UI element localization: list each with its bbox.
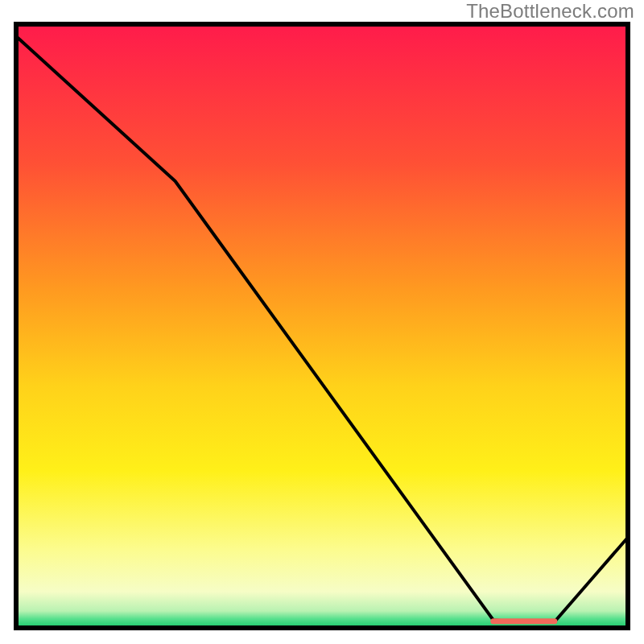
plot-background (16, 24, 628, 628)
chart-svg (0, 0, 644, 644)
chart-container: TheBottleneck.com (0, 0, 644, 644)
